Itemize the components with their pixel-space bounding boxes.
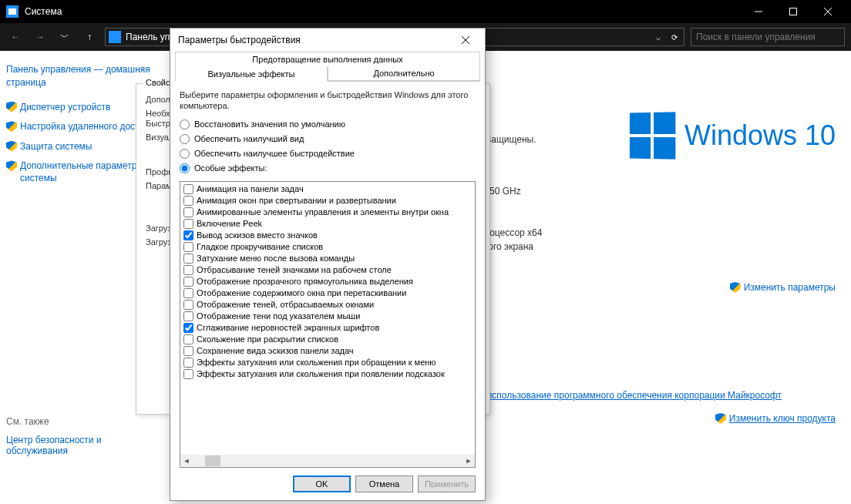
shield-icon <box>715 413 726 424</box>
checkbox-label: Отображение теней, отбрасываемых окнами <box>197 300 374 309</box>
checkbox-input[interactable] <box>183 277 193 287</box>
check-option-8[interactable]: Отображение прозрачного прямоугольника в… <box>183 276 459 287</box>
window-titlebar: Система <box>0 0 851 23</box>
windows-logo: Windows 10 <box>629 113 836 159</box>
checkbox-input[interactable] <box>183 207 193 217</box>
check-option-3[interactable]: Включение Peek <box>183 218 459 230</box>
control-panel-home-link[interactable]: Панель управления — домашняя страница <box>6 63 156 89</box>
checkbox-input[interactable] <box>183 334 193 344</box>
tab-dep[interactable]: Предотвращение выполнения данных <box>175 52 480 66</box>
radio-option-1[interactable]: Обеспечить наилучший вид <box>180 134 476 144</box>
ok-button[interactable]: OK <box>293 475 351 492</box>
security-center-link[interactable]: Центр безопасности и обслуживания <box>6 435 156 456</box>
close-icon[interactable] <box>454 29 477 52</box>
radio-input[interactable] <box>180 163 190 173</box>
check-option-5[interactable]: Гладкое прокручивание списков <box>183 241 459 253</box>
brand-text: Windows 10 <box>684 119 836 152</box>
sidebar-link-protection[interactable]: Защита системы <box>20 141 92 153</box>
check-option-15[interactable]: Эффекты затухания или скольжения при обр… <box>183 357 459 368</box>
see-also-label: См. также <box>6 416 156 427</box>
checkbox-label: Затухание меню после вызова команды <box>197 254 355 263</box>
refresh-icon[interactable]: ⟳ <box>668 33 681 42</box>
tab-advanced[interactable]: Дополнительно <box>328 66 480 81</box>
search-input[interactable] <box>696 32 839 42</box>
rights-text: Защищены. <box>486 134 536 145</box>
apply-button[interactable]: Применить <box>418 475 476 492</box>
radio-label: Особые эффекты: <box>194 163 267 173</box>
intro-text: Выберите параметры оформления и быстроде… <box>180 89 476 112</box>
checkbox-input[interactable] <box>183 369 193 379</box>
change-key-link[interactable]: Изменить ключ продукта <box>715 413 836 424</box>
forward-button[interactable]: → <box>31 28 49 46</box>
checkbox-input[interactable] <box>183 288 193 298</box>
shield-icon <box>6 160 17 171</box>
sidebar-link-device-manager[interactable]: Диспетчер устройств <box>20 102 110 114</box>
check-option-0[interactable]: Анимация на панели задач <box>183 183 459 195</box>
horizontal-scrollbar[interactable]: ◄ ► <box>180 455 475 467</box>
radio-label: Восстановить значения по умолчанию <box>194 119 345 129</box>
checkbox-label: Эффекты затухания или скольжения при обр… <box>197 358 436 367</box>
checkbox-input[interactable] <box>183 219 193 229</box>
dialog-title: Параметры быстродействия <box>178 35 454 45</box>
check-option-7[interactable]: Отбрасывание теней значками на рабочем с… <box>183 264 459 276</box>
checkbox-label: Отображение тени под указателем мыши <box>197 311 360 321</box>
checkbox-input[interactable] <box>183 311 193 321</box>
tab-visual-effects[interactable]: Визуальные эффекты <box>175 67 328 82</box>
maximize-button[interactable] <box>775 0 810 23</box>
checkbox-input[interactable] <box>183 196 193 206</box>
minimize-button[interactable] <box>741 0 775 23</box>
radio-option-0[interactable]: Восстановить значения по умолчанию <box>180 119 476 129</box>
performance-options-dialog: Параметры быстродействия Предотвращение … <box>170 28 486 501</box>
chevron-down-icon[interactable]: ⌵ <box>653 33 664 42</box>
svg-rect-1 <box>789 8 796 15</box>
cancel-button[interactable]: Отмена <box>355 475 413 492</box>
checkbox-label: Анимация на панели задач <box>197 184 304 193</box>
check-option-16[interactable]: Эффекты затухания или скольжения при поя… <box>183 368 459 380</box>
radio-option-3[interactable]: Особые эффекты: <box>180 163 476 173</box>
system-icon <box>6 5 18 18</box>
up-button[interactable]: ↑ <box>80 28 99 46</box>
check-option-6[interactable]: Затухание меню после вызова команды <box>183 253 459 264</box>
shield-icon <box>6 141 17 152</box>
scroll-left-arrow[interactable]: ◄ <box>180 455 193 467</box>
checkbox-input[interactable] <box>183 323 193 333</box>
radio-input[interactable] <box>180 119 190 129</box>
checkbox-label: Анимация окон при свертывании и разверты… <box>197 196 396 205</box>
checkbox-label: Отображение содержимого окна при перетас… <box>197 288 406 297</box>
radio-input[interactable] <box>180 149 190 159</box>
check-option-12[interactable]: Сглаживание неровностей экранных шрифтов <box>183 322 459 334</box>
checkbox-label: Отбрасывание теней значками на рабочем с… <box>197 265 392 274</box>
back-button[interactable]: ← <box>6 28 25 46</box>
checkbox-input[interactable] <box>183 242 193 252</box>
radio-option-2[interactable]: Обеспечить наилучшее быстродействие <box>180 149 476 159</box>
close-button[interactable] <box>810 0 845 23</box>
checkbox-input[interactable] <box>183 358 193 368</box>
radio-label: Обеспечить наилучший вид <box>194 134 304 143</box>
check-option-14[interactable]: Сохранение вида эскизов панели задач <box>183 345 459 357</box>
check-option-11[interactable]: Отображение тени под указателем мыши <box>183 311 459 322</box>
checkbox-input[interactable] <box>183 184 193 194</box>
change-params-link[interactable]: Изменить параметры <box>730 282 836 293</box>
license-link[interactable]: на использование программного обеспечени… <box>474 390 782 401</box>
search-box[interactable] <box>691 28 845 46</box>
location-icon <box>109 31 121 43</box>
scroll-right-arrow[interactable]: ► <box>462 455 475 467</box>
sidebar-link-remote[interactable]: Настройка удаленного доступа <box>20 121 154 133</box>
check-option-13[interactable]: Скольжение при раскрытии списков <box>183 334 459 345</box>
checkbox-label: Сглаживание неровностей экранных шрифтов <box>197 323 379 332</box>
check-option-4[interactable]: Вывод эскизов вместо значков <box>183 230 459 241</box>
checkbox-input[interactable] <box>183 346 193 356</box>
shield-icon <box>6 102 17 113</box>
check-option-10[interactable]: Отображение теней, отбрасываемых окнами <box>183 299 459 311</box>
checkbox-input[interactable] <box>183 254 193 264</box>
check-option-2[interactable]: Анимированные элементы управления и элем… <box>183 207 459 218</box>
recent-dropdown[interactable]: ﹀ <box>56 28 74 46</box>
checkbox-input[interactable] <box>183 265 193 275</box>
checkbox-label: Гладкое прокручивание списков <box>197 242 323 251</box>
check-option-1[interactable]: Анимация окон при свертывании и разверты… <box>183 195 459 207</box>
check-option-9[interactable]: Отображение содержимого окна при перетас… <box>183 287 459 299</box>
checkbox-input[interactable] <box>183 230 193 240</box>
scroll-thumb[interactable] <box>205 455 220 466</box>
checkbox-input[interactable] <box>183 300 193 310</box>
radio-input[interactable] <box>180 134 190 144</box>
